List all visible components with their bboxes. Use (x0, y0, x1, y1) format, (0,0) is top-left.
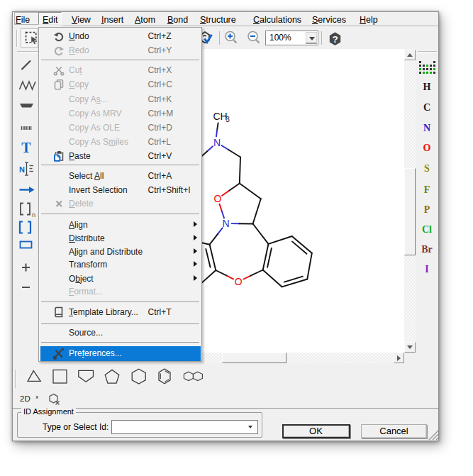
svg-text:n: n (32, 211, 35, 218)
svg-text:N: N (222, 218, 229, 229)
svg-text:N: N (19, 165, 25, 174)
svg-text:N: N (213, 137, 221, 148)
svg-text:T: T (21, 140, 31, 155)
svg-text:?: ? (332, 34, 338, 45)
svg-text:O: O (235, 276, 243, 287)
svg-text:3: 3 (226, 116, 230, 123)
svg-text:O: O (214, 193, 222, 204)
